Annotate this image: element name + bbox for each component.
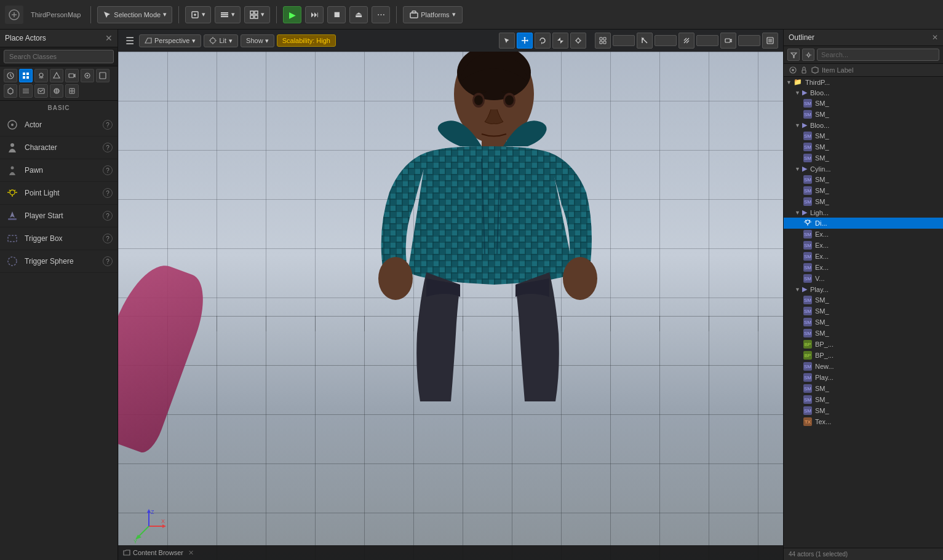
outliner-close[interactable]: ✕	[932, 33, 938, 42]
outliner-sm-p5[interactable]: SM SM_	[784, 383, 943, 394]
point-light-info-button[interactable]: ?	[103, 188, 113, 198]
lit-button[interactable]: Lit ▾	[204, 34, 238, 47]
outliner-search-input[interactable]	[817, 49, 939, 61]
trigger-box-info-button[interactable]: ?	[103, 234, 113, 243]
viewport[interactable]: ☰ Perspective ▾ Lit ▾ Show ▾ Scalability…	[118, 30, 783, 560]
all-classes-tab[interactable]	[19, 84, 33, 98]
perspective-arrow: ▾	[192, 37, 196, 45]
outliner-item-directional[interactable]: Di...	[784, 218, 943, 229]
outliner-sm-6[interactable]: SM SM_	[784, 174, 943, 185]
actor-item-trigger-box[interactable]: Trigger Box ?	[0, 227, 117, 250]
outliner-sm-ex1[interactable]: SM Ex...	[784, 229, 943, 240]
outliner-sm-p6[interactable]: SM SM_	[784, 394, 943, 405]
more-button[interactable]: ⋯	[372, 6, 390, 23]
outliner-item-cylin[interactable]: ▼ ▶ Cylin...	[784, 164, 943, 174]
actor-item-trigger-sphere[interactable]: Trigger Sphere ?	[0, 250, 117, 273]
outliner-sm-7[interactable]: SM SM_	[784, 185, 943, 196]
shapes-tab[interactable]	[50, 69, 63, 82]
player-arrow: ▼	[795, 286, 801, 293]
content-browser-tab[interactable]: Content Browser ✕	[123, 549, 194, 557]
viewport-menu-button[interactable]: ☰	[123, 34, 137, 48]
scale-snap-button[interactable]	[678, 33, 694, 49]
select-tool-button[interactable]	[499, 33, 515, 49]
outliner-play[interactable]: SM Play...	[784, 372, 943, 383]
platforms-button[interactable]: Platforms ▾	[403, 6, 462, 23]
outliner-sm-8[interactable]: SM SM_	[784, 196, 943, 207]
place-actors-close[interactable]: ✕	[105, 33, 113, 43]
outliner-item-light[interactable]: ▼ ▶ Ligh...	[784, 207, 943, 218]
outliner-item-player[interactable]: ▼ ▶ Play...	[784, 284, 943, 294]
scale-size-input[interactable]: 0.25	[696, 35, 718, 46]
volumes-tab[interactable]	[4, 84, 17, 98]
outliner-sm-1[interactable]: SM SM_	[784, 98, 943, 109]
mesh-tab[interactable]	[50, 84, 63, 98]
left-panel: Place Actors ✕	[0, 30, 118, 560]
outliner-sm-ex3[interactable]: SM Ex...	[784, 251, 943, 262]
eject-button[interactable]: ⏏	[349, 6, 368, 23]
outliner-sm-p2[interactable]: SM SM_	[784, 306, 943, 317]
outliner-bp2[interactable]: BP BP_...	[784, 350, 943, 361]
trigger-sphere-info-button[interactable]: ?	[103, 256, 113, 266]
scalability-button[interactable]: Scalability: High	[277, 34, 336, 47]
outliner-sm-4[interactable]: SM SM_	[784, 141, 943, 152]
outliner-sm-p3[interactable]: SM SM_	[784, 317, 943, 328]
outliner-sm-p1[interactable]: SM SM_	[784, 294, 943, 306]
lights-tab[interactable]	[34, 69, 48, 82]
character-info-button[interactable]: ?	[103, 143, 113, 152]
camera-speed-button[interactable]	[720, 33, 736, 49]
layout-button[interactable]: ▾	[244, 6, 270, 23]
geometry-tab[interactable]	[96, 69, 109, 82]
pawn-info-button[interactable]: ?	[103, 165, 113, 175]
outliner-item-block1[interactable]: ▼ ▶ Bloo...	[784, 87, 943, 98]
outliner-item-root[interactable]: ▼ 📁 ThirdP...	[784, 77, 943, 87]
blueprint-tab[interactable]	[34, 84, 48, 98]
outliner-sm-ex4[interactable]: SM Ex...	[784, 262, 943, 273]
angle-snap-button[interactable]	[637, 33, 653, 49]
step-button[interactable]: ⏭	[305, 6, 324, 23]
play-button[interactable]: ▶	[283, 6, 301, 23]
outliner-filter-button[interactable]	[787, 49, 800, 61]
grid-snap-button[interactable]	[595, 33, 611, 49]
cinematic-tab[interactable]	[65, 69, 79, 82]
actor-info-button[interactable]: ?	[103, 120, 113, 130]
outliner-sm-ex2[interactable]: SM Ex...	[784, 240, 943, 251]
actor-item-character[interactable]: Character ?	[0, 136, 117, 159]
search-classes-input[interactable]	[4, 50, 114, 63]
selection-mode-button[interactable]: Selection Mode ▾	[97, 6, 172, 23]
player-start-info-button[interactable]: ?	[103, 211, 113, 221]
outliner-sm-5[interactable]: SM SM_	[784, 152, 943, 164]
grid-size-input[interactable]: 10	[613, 35, 635, 46]
show-button[interactable]: Show ▾	[241, 34, 274, 47]
outliner-sm-p4[interactable]: SM SM_	[784, 328, 943, 339]
outliner-sm-2[interactable]: SM SM_	[784, 109, 943, 120]
outliner-sm-3[interactable]: SM SM_	[784, 130, 943, 141]
recent-tab[interactable]	[4, 69, 17, 82]
actor-item-pawn[interactable]: Pawn ?	[0, 159, 117, 182]
outliner-tex[interactable]: TX Tex...	[784, 416, 943, 427]
perspective-button[interactable]: Perspective ▾	[139, 34, 201, 47]
outliner-item-block2[interactable]: ▼ ▶ Bloo...	[784, 120, 943, 130]
camera-speed-input[interactable]: 1	[738, 35, 760, 46]
viewport-options-button[interactable]	[762, 33, 778, 49]
outliner-new[interactable]: SM New...	[784, 361, 943, 372]
stop-button[interactable]: ⏹	[327, 6, 346, 23]
content-browser-close[interactable]: ✕	[188, 549, 194, 557]
actor-item-point-light[interactable]: Point Light ?	[0, 182, 117, 205]
outliner-sm-v[interactable]: SM V...	[784, 273, 943, 284]
svg-point-32	[210, 38, 215, 43]
outliner-sm-p7[interactable]: SM SM_	[784, 405, 943, 416]
visual-tab[interactable]	[81, 69, 94, 82]
actor-item-player-start[interactable]: Player Start ?	[0, 205, 117, 227]
add-actor-button[interactable]: ▾	[185, 6, 211, 23]
outliner-bp1[interactable]: BP BP_...	[784, 339, 943, 350]
outliner-settings-button[interactable]	[802, 49, 814, 61]
all-tab[interactable]	[65, 84, 79, 98]
content-button[interactable]: ▾	[215, 6, 241, 23]
rotate-tool-button[interactable]	[535, 33, 551, 49]
scale-tool-button[interactable]	[552, 33, 568, 49]
angle-size-input[interactable]: 10°	[655, 35, 677, 46]
translate-tool-button[interactable]	[517, 33, 533, 49]
actor-item-actor[interactable]: Actor ?	[0, 114, 117, 136]
transform-tool-button[interactable]	[570, 33, 586, 49]
basic-tab[interactable]	[19, 69, 33, 82]
